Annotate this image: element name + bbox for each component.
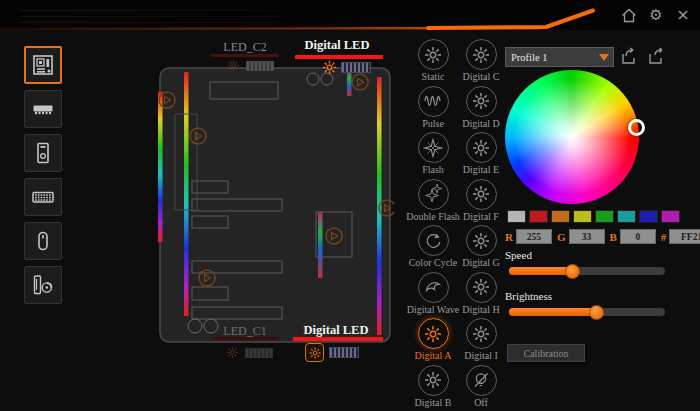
effect-digital-f[interactable]: Digital F	[460, 176, 502, 223]
effect-label: Digital D	[462, 118, 500, 129]
zone-underline-digital-led-top	[295, 55, 383, 59]
mouse-icon	[31, 229, 55, 253]
zone-underline-led-c2	[211, 54, 279, 57]
sidebar-item-pc-case[interactable]	[24, 134, 62, 172]
effect-label: Digital H	[462, 304, 500, 315]
profile-dropdown[interactable]: Profile 1	[505, 47, 614, 67]
keyboard-icon	[31, 185, 55, 209]
color-swatch[interactable]	[529, 210, 548, 223]
effect-label: Digital Wave	[407, 304, 460, 315]
effect-color-cycle[interactable]: Color Cycle	[406, 222, 460, 269]
effect-digital-e[interactable]: Digital E	[460, 129, 502, 176]
rgb-value[interactable]: FF2100	[669, 229, 700, 244]
digital-led-bottom-sun-icon[interactable]	[305, 343, 324, 362]
orange-swoosh	[0, 0, 700, 30]
device-sidebar	[24, 46, 62, 304]
brightness-slider[interactable]	[509, 308, 665, 316]
window-controls: ⚙ ×	[620, 0, 692, 30]
effect-digital-c[interactable]: Digital C	[460, 36, 502, 83]
speed-slider[interactable]	[509, 267, 665, 275]
color-swatch[interactable]	[551, 210, 570, 223]
effect-label: Color Cycle	[409, 257, 458, 268]
effect-digital-g[interactable]: Digital G	[460, 222, 502, 269]
effect-flash[interactable]: Flash	[406, 129, 460, 176]
zone-label-digital-led-bottom[interactable]: Digital LED	[291, 323, 381, 338]
sun-icon	[423, 370, 443, 390]
led-c2-sun-icon[interactable]	[227, 59, 240, 72]
rgb-label: B	[610, 231, 617, 243]
led-strip[interactable]	[318, 212, 323, 278]
effect-off[interactable]: Off	[460, 362, 502, 409]
led-strip[interactable]	[347, 71, 352, 96]
effect-digital-a[interactable]: Digital A	[406, 315, 460, 362]
sun-icon	[471, 184, 491, 204]
rgb-value[interactable]: 0	[620, 229, 656, 244]
board-outline	[160, 68, 390, 342]
brightness-slider-fill	[509, 308, 595, 316]
color-wheel[interactable]	[505, 70, 639, 204]
led-c1-sun-icon[interactable]	[226, 346, 239, 359]
led-strip[interactable]	[184, 72, 189, 316]
brightness-label: Brightness	[505, 290, 552, 302]
rgb-values-row: R 255G 33B 0# FF2100	[505, 229, 700, 244]
title-bar: ⚙ ×	[0, 0, 700, 30]
wave-icon	[423, 277, 443, 297]
speed-label: Speed	[505, 249, 532, 261]
rgb-label: R	[505, 231, 513, 243]
effect-label: Digital A	[415, 350, 452, 361]
zone-label-led-c2[interactable]: LED_C2	[210, 40, 280, 55]
sidebar-item-mouse[interactable]	[24, 222, 62, 260]
effect-digital-h[interactable]: Digital H	[460, 269, 502, 316]
color-swatch[interactable]	[507, 210, 526, 223]
effect-digital-d[interactable]: Digital D	[460, 83, 502, 130]
sidebar-item-keyboard[interactable]	[24, 178, 62, 216]
effect-label: Digital B	[415, 397, 452, 408]
effect-digital-wave[interactable]: Digital Wave	[406, 269, 460, 316]
rgb-value[interactable]: 33	[569, 229, 605, 244]
rgb-value[interactable]: 255	[516, 229, 552, 244]
home-icon[interactable]	[620, 6, 638, 24]
speed-slider-thumb[interactable]	[565, 264, 580, 279]
calibration-button[interactable]: Calibration	[507, 344, 585, 362]
color-wheel-cursor[interactable]	[628, 119, 645, 136]
pulse-icon	[423, 91, 443, 111]
effect-pulse[interactable]: Pulse	[406, 83, 460, 130]
zone-label-digital-led-top[interactable]: Digital LED	[293, 38, 381, 53]
effect-label: Pulse	[422, 118, 444, 129]
rgb-field-r: R 255	[505, 229, 552, 244]
export-profile-icon[interactable]	[646, 46, 666, 66]
sun-icon	[471, 324, 491, 344]
digital-led-bottom-chip	[329, 347, 359, 358]
flash-icon	[423, 138, 443, 158]
effects-grid: Static Digital C Pulse Digital D Flash D…	[406, 36, 506, 408]
brightness-slider-thumb[interactable]	[589, 305, 604, 320]
led-c2-chip	[246, 61, 274, 71]
color-cycle-icon	[423, 231, 443, 251]
effect-double-flash[interactable]: Double Flash	[406, 176, 460, 223]
effect-label: Flash	[422, 164, 444, 175]
gear-icon[interactable]: ⚙	[647, 6, 665, 24]
sun-icon	[471, 138, 491, 158]
led-strip[interactable]	[158, 92, 163, 242]
speed-slider-fill	[509, 267, 571, 275]
effect-label: Double Flash	[406, 211, 460, 222]
sidebar-item-memory[interactable]	[24, 90, 62, 128]
zone-underline-led-c1	[213, 337, 277, 340]
sidebar-item-motherboard[interactable]	[24, 46, 62, 84]
import-profile-icon[interactable]	[619, 46, 639, 66]
sidebar-item-peripherals[interactable]	[24, 266, 62, 304]
digital-led-top-sun-icon[interactable]	[321, 59, 338, 76]
led-c1-chip	[245, 348, 273, 358]
color-swatch[interactable]	[617, 210, 636, 223]
color-swatch[interactable]	[639, 210, 658, 223]
rgb-field-g: G 33	[557, 229, 605, 244]
effect-static[interactable]: Static	[406, 36, 460, 83]
color-swatch[interactable]	[595, 210, 614, 223]
effect-digital-i[interactable]: Digital I	[460, 315, 502, 362]
color-swatch[interactable]	[573, 210, 592, 223]
color-swatch[interactable]	[661, 210, 680, 223]
close-icon[interactable]: ×	[674, 6, 692, 24]
digital-led-top-chip	[341, 62, 371, 73]
effect-digital-b[interactable]: Digital B	[406, 362, 460, 409]
peripherals-icon	[31, 273, 55, 297]
